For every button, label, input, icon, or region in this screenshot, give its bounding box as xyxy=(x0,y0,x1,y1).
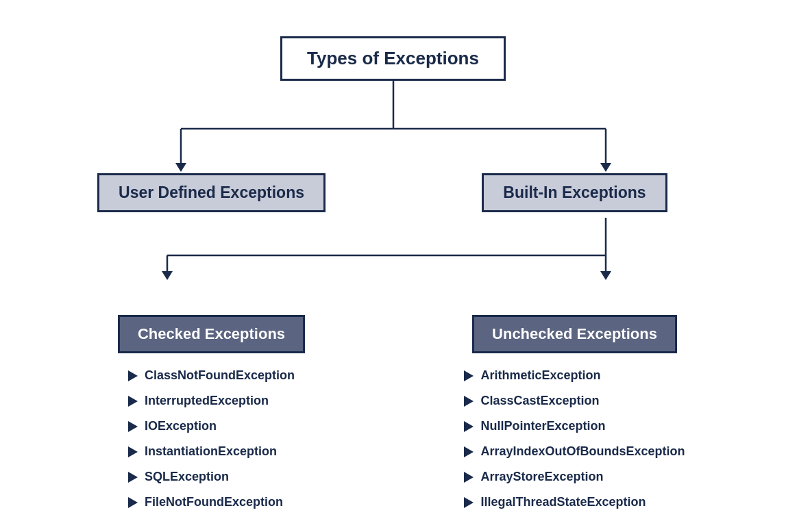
arrow-icon xyxy=(464,370,474,381)
checked-list: ClassNotFoundException InterruptedExcept… xyxy=(128,368,295,509)
arrow-icon xyxy=(464,446,474,457)
unchecked-item-5: ArrayStoreException xyxy=(480,470,603,484)
user-defined-label: User Defined Exceptions xyxy=(119,183,304,202)
root-label: Types of Exceptions xyxy=(307,48,479,69)
list-item: FileNotFoundException xyxy=(128,495,295,509)
checked-item-6: FileNotFoundException xyxy=(145,495,283,509)
unchecked-col: Unchecked Exceptions ArithmeticException… xyxy=(417,212,733,509)
list-item: IOException xyxy=(128,419,295,433)
list-item: ArrayIndexOutOfBoundsException xyxy=(464,444,685,459)
arrow-icon xyxy=(128,370,138,381)
list-item: ClassNotFoundException xyxy=(128,368,295,383)
arrow-icon xyxy=(464,472,474,483)
checked-label: Checked Exceptions xyxy=(138,325,285,343)
arrow-icon xyxy=(128,396,138,407)
checked-item-2: InterruptedException xyxy=(145,394,269,408)
arrow-icon xyxy=(464,497,474,508)
checked-item-1: ClassNotFoundException xyxy=(145,368,295,383)
unchecked-item-1: ArithmeticException xyxy=(480,368,600,383)
unchecked-box: Unchecked Exceptions xyxy=(472,315,677,353)
root-row: Types of Exceptions xyxy=(30,23,757,81)
unchecked-label: Unchecked Exceptions xyxy=(492,325,657,343)
user-defined-col: User Defined Exceptions xyxy=(54,81,369,212)
builtin-box: Built-In Exceptions xyxy=(482,173,667,212)
root-box: Types of Exceptions xyxy=(280,36,506,81)
list-item: IllegalThreadStateException xyxy=(464,495,685,509)
arrow-icon xyxy=(128,421,138,432)
checked-item-4: InstantiationException xyxy=(145,444,277,459)
checked-box: Checked Exceptions xyxy=(118,315,305,353)
list-item: InstantiationException xyxy=(128,444,295,459)
unchecked-item-3: NullPointerException xyxy=(480,419,605,433)
list-item: ClassCastException xyxy=(464,394,685,408)
list-item: InterruptedException xyxy=(128,394,295,408)
builtin-col: Built-In Exceptions xyxy=(417,81,733,212)
diagram-container: Types of Exceptions User Defined Excepti… xyxy=(30,23,757,509)
list-item: NullPointerException xyxy=(464,419,685,433)
list-item: ArithmeticException xyxy=(464,368,685,383)
arrow-icon xyxy=(464,421,474,432)
checked-col: Checked Exceptions ClassNotFoundExceptio… xyxy=(54,212,369,509)
arrow-icon xyxy=(464,396,474,407)
checked-item-3: IOException xyxy=(145,419,217,433)
arrow-icon xyxy=(128,497,138,508)
arrow-icon xyxy=(128,472,138,483)
checked-item-5: SQLException xyxy=(145,470,229,484)
list-item: ArrayStoreException xyxy=(464,470,685,484)
unchecked-item-2: ClassCastException xyxy=(480,394,599,408)
user-defined-box: User Defined Exceptions xyxy=(97,173,326,212)
arrow-icon xyxy=(128,446,138,457)
unchecked-item-6: IllegalThreadStateException xyxy=(480,495,646,509)
list-item: SQLException xyxy=(128,470,295,484)
unchecked-list: ArithmeticException ClassCastException N… xyxy=(464,368,685,509)
builtin-label: Built-In Exceptions xyxy=(503,183,646,202)
unchecked-item-4: ArrayIndexOutOfBoundsException xyxy=(480,444,685,459)
